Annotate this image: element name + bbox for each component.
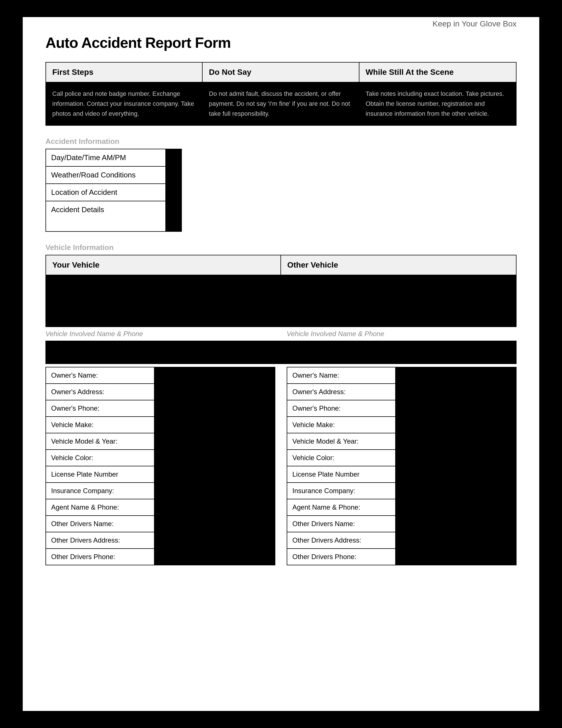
label-other-drivers-phone2: Other Drivers Phone:: [287, 549, 395, 565]
vehicle-form-row: Owner's Name: Owner's Address: Owner's P…: [45, 367, 517, 565]
form-value-details[interactable]: [165, 201, 181, 231]
field-other-drivers-address2: Other Drivers Address:: [287, 532, 516, 549]
form-row-datetime: Day/Date/Time AM/PM: [46, 149, 181, 167]
label-owners-address: Owner's Address:: [46, 384, 154, 400]
vehicle-labels-row: Vehicle Involved Name & Phone Vehicle In…: [45, 330, 517, 338]
value-other-vehicle-model-year[interactable]: [395, 433, 516, 449]
vehicle-names-your: [46, 341, 281, 363]
page-title: Auto Accident Report Form: [45, 34, 231, 51]
label-vehicle-make: Vehicle Make:: [46, 417, 154, 433]
value-vehicle-model-year[interactable]: [154, 433, 275, 449]
field-other-drivers-address: Other Drivers Address:: [46, 532, 275, 549]
field-license-plate: License Plate Number: [46, 466, 275, 483]
value-other-vehicle-make[interactable]: [395, 417, 516, 433]
accident-info-form: Day/Date/Time AM/PM Weather/Road Conditi…: [45, 149, 182, 232]
other-vehicle-label: Vehicle Involved Name & Phone: [287, 330, 517, 338]
vehicle-names-other: [281, 341, 516, 363]
content-row: Call police and note badge number. Excha…: [45, 82, 517, 126]
vehicle-names-row: [45, 341, 517, 364]
form-value-datetime[interactable]: [165, 149, 181, 166]
vehicle-header-other: Other Vehicle: [281, 255, 516, 275]
label-other-vehicle-color: Vehicle Color:: [287, 450, 395, 466]
value-owners-name[interactable]: [154, 367, 275, 383]
field-owners-phone: Owner's Phone:: [46, 400, 275, 417]
accident-info-section-label: Accident Information: [45, 137, 517, 146]
value-license-plate[interactable]: [154, 466, 275, 482]
vehicle-content-row: [45, 275, 517, 327]
field-other-drivers-name2: Other Drivers Name:: [287, 516, 516, 532]
field-insurance-company: Insurance Company:: [46, 483, 275, 499]
header-do-not-say: Do Not Say: [203, 63, 359, 82]
form-value-weather[interactable]: [165, 167, 181, 183]
value-owners-address[interactable]: [154, 384, 275, 400]
field-other-owners-name: Owner's Name:: [287, 367, 516, 384]
title-area: Auto Accident Report Form Keep in Your G…: [45, 34, 517, 53]
form-row-weather: Weather/Road Conditions: [46, 167, 181, 184]
field-vehicle-color: Vehicle Color:: [46, 450, 275, 466]
header-while-at-scene: While Still At the Scene: [359, 63, 516, 82]
label-other-insurance-company: Insurance Company:: [287, 483, 395, 499]
label-other-owners-address: Owner's Address:: [287, 384, 395, 400]
label-owners-phone: Owner's Phone:: [46, 400, 154, 416]
value-vehicle-color[interactable]: [154, 450, 275, 466]
label-agent-name-phone: Agent Name & Phone:: [46, 499, 154, 515]
form-label-details: Accident Details: [46, 201, 165, 231]
form-label-weather: Weather/Road Conditions: [46, 167, 165, 183]
label-insurance-company: Insurance Company:: [46, 483, 154, 499]
label-other-drivers-phone: Other Drivers Phone:: [46, 549, 154, 565]
field-other-vehicle-make: Vehicle Make:: [287, 417, 516, 433]
field-other-drivers-phone: Other Drivers Phone:: [46, 549, 275, 565]
page-container: Auto Accident Report Form Keep in Your G…: [23, 17, 539, 711]
header-first-steps: First Steps: [46, 63, 203, 82]
vehicle-image-other: [281, 275, 516, 326]
vehicle-image-your: [46, 275, 281, 326]
value-owners-phone[interactable]: [154, 400, 275, 416]
value-other-owners-name[interactable]: [395, 367, 516, 383]
label-other-drivers-name: Other Drivers Name:: [46, 516, 154, 532]
other-vehicle-form: Owner's Name: Owner's Address: Owner's P…: [287, 367, 517, 565]
label-other-owners-phone: Owner's Phone:: [287, 400, 395, 416]
label-license-plate: License Plate Number: [46, 466, 154, 482]
content-first-steps: Call police and note badge number. Excha…: [46, 82, 203, 125]
content-do-not-say: Do not admit fault, discuss the accident…: [203, 82, 359, 125]
value-other-agent-name-phone[interactable]: [395, 499, 516, 515]
field-vehicle-make: Vehicle Make:: [46, 417, 275, 433]
field-other-insurance-company: Insurance Company:: [287, 483, 516, 499]
form-row-details: Accident Details: [46, 201, 181, 231]
field-owners-address: Owner's Address:: [46, 384, 275, 400]
value-other-owners-phone[interactable]: [395, 400, 516, 416]
label-other-drivers-address: Other Drivers Address:: [46, 532, 154, 548]
field-other-license-plate: License Plate Number: [287, 466, 516, 483]
vehicle-header-your: Your Vehicle: [46, 255, 281, 275]
label-other-owners-name: Owner's Name:: [287, 367, 395, 383]
label-vehicle-color: Vehicle Color:: [46, 450, 154, 466]
value-other-drivers-phone[interactable]: [154, 549, 275, 565]
value-other-drivers-address2[interactable]: [395, 532, 516, 548]
label-other-vehicle-make: Vehicle Make:: [287, 417, 395, 433]
value-other-owners-address[interactable]: [395, 384, 516, 400]
field-other-owners-address: Owner's Address:: [287, 384, 516, 400]
value-other-drivers-name[interactable]: [154, 516, 275, 532]
label-other-agent-name-phone: Agent Name & Phone:: [287, 499, 395, 515]
value-agent-name-phone[interactable]: [154, 499, 275, 515]
form-label-datetime: Day/Date/Time AM/PM: [46, 149, 165, 166]
value-other-drivers-name2[interactable]: [395, 516, 516, 532]
value-other-vehicle-color[interactable]: [395, 450, 516, 466]
form-value-location[interactable]: [165, 184, 181, 201]
form-label-location: Location of Accident: [46, 184, 165, 201]
value-insurance-company[interactable]: [154, 483, 275, 499]
form-row-location: Location of Accident: [46, 184, 181, 201]
value-other-drivers-address[interactable]: [154, 532, 275, 548]
field-agent-name-phone: Agent Name & Phone:: [46, 499, 275, 516]
value-other-license-plate[interactable]: [395, 466, 516, 482]
label-other-license-plate: License Plate Number: [287, 466, 395, 482]
value-vehicle-make[interactable]: [154, 417, 275, 433]
subtitle: Keep in Your Glove Box: [432, 19, 517, 28]
value-other-insurance-company[interactable]: [395, 483, 516, 499]
content-while-at-scene: Take notes including exact location. Tak…: [359, 82, 516, 125]
vehicle-header-row: Your Vehicle Other Vehicle: [45, 255, 517, 275]
label-vehicle-model-year: Vehicle Model & Year:: [46, 433, 154, 449]
value-other-drivers-phone2[interactable]: [395, 549, 516, 565]
field-other-drivers-name: Other Drivers Name:: [46, 516, 275, 532]
field-other-drivers-phone2: Other Drivers Phone:: [287, 549, 516, 565]
